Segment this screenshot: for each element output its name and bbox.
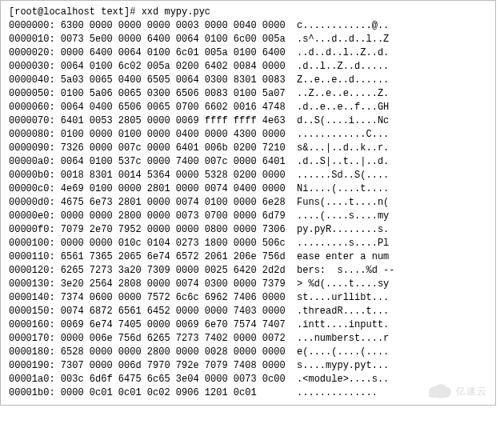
hex-row: 0000040: 5a03 0065 0400 6505 0064 0300 8…: [9, 74, 487, 87]
hex-row: 00000e0: 0000 0000 2800 0000 0073 0700 0…: [9, 210, 487, 223]
hex-row: 0000070: 6401 0053 2805 0000 0069 ffff f…: [9, 114, 487, 128]
hex-row: 0000100: 0000 0000 010c 0104 0273 1800 0…: [9, 237, 487, 250]
hex-row: 0000190: 7307 0000 006d 7970 792e 7079 7…: [9, 359, 487, 373]
hex-row: 00000f0: 7079 2e70 7952 0000 0000 0800 0…: [9, 223, 487, 237]
hex-row: 0000010: 0073 5e00 0000 6400 0064 0100 6…: [9, 33, 487, 46]
prompt-line: [root@localhost text]# xxd mypy.pyc: [9, 6, 487, 19]
watermark-text: 亿速云: [456, 385, 487, 398]
hex-row: 0000180: 6528 0000 0000 2800 0000 0028 0…: [9, 346, 487, 359]
hex-row: 0000160: 0069 6e74 7405 0000 0069 6e70 7…: [9, 318, 487, 332]
hex-row: 0000080: 0100 0000 0100 0000 0400 0000 4…: [9, 128, 487, 142]
terminal-window: [root@localhost text]# xxd mypy.pyc 0000…: [0, 0, 496, 406]
hex-row: 00000d0: 4675 6e73 2801 0000 0074 0100 0…: [9, 196, 487, 210]
hex-row: 0000060: 0064 0400 6506 0065 0700 6602 0…: [9, 101, 487, 114]
hex-row: 0000120: 6265 7273 3a20 7309 0000 0025 6…: [9, 264, 487, 278]
cloud-icon: [427, 384, 451, 398]
hex-row: 0000050: 0100 5a06 0065 0300 6506 0083 0…: [9, 87, 487, 101]
hex-row: 00001b0: 0000 0c01 0c01 0c02 0906 1201 0…: [9, 386, 487, 400]
hex-row: 00001a0: 003c 6d6f 6475 6c65 3e04 0000 0…: [9, 373, 487, 386]
hex-row: 0000030: 0064 0100 6c02 005a 0200 6402 0…: [9, 60, 487, 74]
hex-row: 00000c0: 4e69 0100 0000 2801 0000 0074 0…: [9, 182, 487, 196]
hex-row: 0000000: 6300 0000 0000 0000 0003 0000 0…: [9, 19, 487, 33]
hex-row: 0000110: 6561 7365 2065 6e74 6572 2061 2…: [9, 250, 487, 264]
hex-row: 0000140: 7374 0600 0000 7572 6c6c 6962 7…: [9, 291, 487, 305]
hex-row: 0000090: 7326 0000 007c 0000 6401 006b 0…: [9, 142, 487, 155]
hex-row: 00000a0: 0064 0100 537c 0000 7400 007c 0…: [9, 155, 487, 169]
watermark: 亿速云: [427, 384, 487, 398]
hex-row: 0000020: 0000 6400 0064 0100 6c01 005a 0…: [9, 46, 487, 60]
hex-row: 0000170: 0000 006e 756d 6265 7273 7402 0…: [9, 332, 487, 346]
shell-prompt: [root@localhost text]# xxd mypy.pyc: [9, 6, 210, 18]
hex-row: 00000b0: 0018 8301 0014 5364 0000 5328 0…: [9, 169, 487, 182]
hex-row: 0000150: 0074 6872 6561 6452 0000 0000 7…: [9, 305, 487, 318]
hex-row: 0000130: 3e20 2564 2808 0000 0074 0300 0…: [9, 278, 487, 291]
hexdump-output: 0000000: 6300 0000 0000 0000 0003 0000 0…: [9, 19, 487, 400]
